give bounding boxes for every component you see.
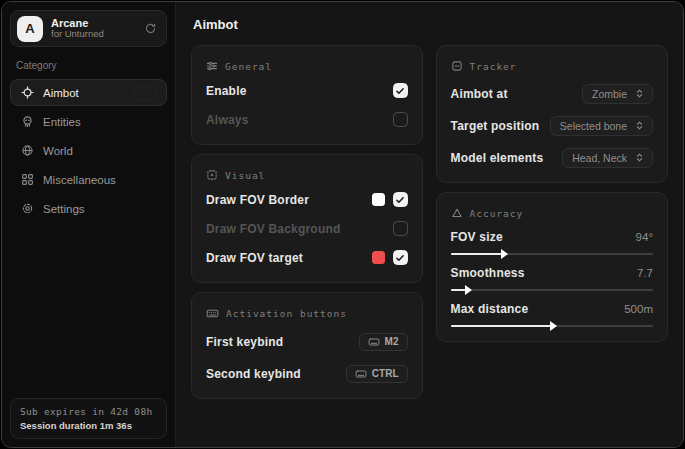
fov-target-label: Draw FOV target bbox=[206, 251, 303, 265]
enable-label: Enable bbox=[206, 84, 247, 98]
fov-size-slider[interactable] bbox=[451, 253, 653, 255]
second-keybind-value: CTRL bbox=[372, 368, 399, 379]
fov-target-row: Draw FOV target bbox=[206, 247, 408, 268]
app-logo: A bbox=[17, 16, 43, 42]
second-keybind-label: Second keybind bbox=[206, 367, 301, 381]
visual-panel-title: Visual bbox=[225, 170, 265, 181]
fov-size-value: 94° bbox=[636, 231, 653, 243]
always-checkbox[interactable] bbox=[393, 112, 408, 127]
smoothness-slider[interactable] bbox=[451, 289, 653, 291]
tracker-panel-header: Tracker bbox=[451, 60, 653, 72]
subscription-info-card: Sub expires in 42d 08h Session duration … bbox=[10, 398, 167, 439]
aimbot-keybind-badge bbox=[134, 86, 156, 100]
aimbot-at-row: Aimbot at Zombie bbox=[451, 83, 653, 104]
check-icon bbox=[395, 86, 405, 96]
page-title: Aimbot bbox=[193, 17, 666, 32]
fov-border-checkbox[interactable] bbox=[393, 192, 408, 207]
fov-background-label: Draw FOV Background bbox=[206, 222, 341, 236]
sidebar-item-entities[interactable]: Entities bbox=[10, 108, 167, 135]
sidebar-item-world[interactable]: World bbox=[10, 137, 167, 164]
model-elements-label: Model elements bbox=[451, 151, 544, 165]
chevron-up-down-icon bbox=[634, 88, 645, 99]
enable-checkbox[interactable] bbox=[393, 83, 408, 98]
general-panel: General Enable Always bbox=[191, 45, 423, 145]
always-label: Always bbox=[206, 113, 249, 127]
aimbot-at-select[interactable]: Zombie bbox=[582, 84, 653, 104]
check-icon bbox=[395, 195, 405, 205]
max-distance-label: Max distance bbox=[451, 302, 529, 316]
sidebar: A Arcane for Unturned Category Aimbot bbox=[2, 2, 176, 447]
smoothness-label: Smoothness bbox=[451, 266, 525, 280]
sidebar-nav: Aimbot Entities World bbox=[10, 79, 167, 222]
chevron-up-down-icon bbox=[634, 120, 645, 131]
fov-size-slider-fill[interactable] bbox=[451, 253, 504, 255]
globe-icon bbox=[21, 144, 34, 157]
target-position-row: Target position Selected bone bbox=[451, 115, 653, 136]
sidebar-item-label: Settings bbox=[43, 203, 85, 215]
first-keybind-value: M2 bbox=[385, 336, 399, 347]
always-row: Always bbox=[206, 109, 408, 130]
scan-box-icon bbox=[451, 60, 463, 72]
max-distance-value: 500m bbox=[624, 303, 653, 315]
app-window: A Arcane for Unturned Category Aimbot bbox=[1, 1, 684, 448]
smoothness-row: Smoothness 7.7 bbox=[451, 266, 653, 291]
max-distance-row: Max distance 500m bbox=[451, 302, 653, 327]
sidebar-item-miscellaneous[interactable]: Miscellaneous bbox=[10, 166, 167, 193]
sidebar-item-label: World bbox=[43, 145, 73, 157]
model-elements-select[interactable]: Head, Neck bbox=[562, 148, 653, 168]
max-distance-slider-fill[interactable] bbox=[451, 325, 552, 327]
aimbot-at-label: Aimbot at bbox=[451, 87, 508, 101]
fov-border-row: Draw FOV Border bbox=[206, 189, 408, 210]
fov-target-color-swatch[interactable] bbox=[372, 251, 385, 264]
sidebar-item-label: Aimbot bbox=[43, 87, 79, 99]
visual-panel-header: Visual bbox=[206, 169, 408, 181]
dotted-square-icon bbox=[206, 169, 218, 181]
sidebar-item-aimbot[interactable]: Aimbot bbox=[10, 79, 167, 106]
sidebar-header-card: A Arcane for Unturned bbox=[10, 10, 167, 47]
activation-panel-title: Activation buttons bbox=[226, 308, 347, 319]
first-keybind-row: First keybind M2 bbox=[206, 331, 408, 352]
fov-target-checkbox[interactable] bbox=[393, 250, 408, 265]
model-elements-value: Head, Neck bbox=[572, 152, 627, 164]
aimbot-at-value: Zombie bbox=[592, 88, 627, 100]
fov-border-color-swatch[interactable] bbox=[372, 193, 385, 206]
sidebar-item-label: Entities bbox=[43, 116, 81, 128]
fov-background-checkbox[interactable] bbox=[393, 221, 408, 236]
session-duration-text: Session duration 1m 36s bbox=[20, 420, 157, 431]
app-subtitle: for Unturned bbox=[51, 29, 104, 40]
entities-icon bbox=[21, 115, 34, 128]
activation-buttons-panel: Activation buttons First keybind M2 Seco… bbox=[191, 292, 423, 399]
app-frame: A Arcane for Unturned Category Aimbot bbox=[0, 0, 685, 449]
sliders-icon bbox=[206, 60, 218, 72]
chevron-up-down-icon bbox=[634, 152, 645, 163]
sidebar-item-settings[interactable]: Settings bbox=[10, 195, 167, 222]
sub-expires-text: Sub expires in 42d 08h bbox=[20, 406, 157, 417]
general-panel-header: General bbox=[206, 60, 408, 72]
gear-icon bbox=[21, 202, 34, 215]
fov-size-label: FOV size bbox=[451, 230, 503, 244]
target-position-select[interactable]: Selected bone bbox=[550, 116, 653, 136]
keyboard-icon bbox=[206, 307, 219, 320]
target-position-value: Selected bone bbox=[560, 120, 627, 132]
crosshair-icon bbox=[21, 86, 34, 99]
accuracy-panel-header: Accuracy bbox=[451, 207, 653, 219]
category-label: Category bbox=[16, 60, 161, 71]
fov-background-row: Draw FOV Background bbox=[206, 218, 408, 239]
keyboard-icon bbox=[355, 368, 367, 380]
check-icon bbox=[395, 253, 405, 263]
visual-panel: Visual Draw FOV Border Draw FOV Backgrou… bbox=[191, 154, 423, 283]
second-keybind-row: Second keybind CTRL bbox=[206, 363, 408, 384]
second-keybind-button[interactable]: CTRL bbox=[346, 365, 408, 383]
app-titles: Arcane for Unturned bbox=[51, 17, 104, 41]
smoothness-slider-fill[interactable] bbox=[451, 289, 467, 291]
refresh-icon[interactable] bbox=[144, 22, 157, 35]
main-content: Aimbot General Enable bbox=[176, 2, 683, 447]
keyboard-icon bbox=[368, 336, 380, 348]
max-distance-slider[interactable] bbox=[451, 325, 653, 327]
general-panel-title: General bbox=[225, 61, 272, 72]
first-keybind-button[interactable]: M2 bbox=[359, 333, 408, 351]
grid-icon bbox=[21, 173, 34, 186]
smoothness-value: 7.7 bbox=[637, 267, 653, 279]
triangle-icon bbox=[451, 207, 463, 219]
accuracy-panel: Accuracy FOV size 94° Smoothness bbox=[436, 192, 668, 342]
